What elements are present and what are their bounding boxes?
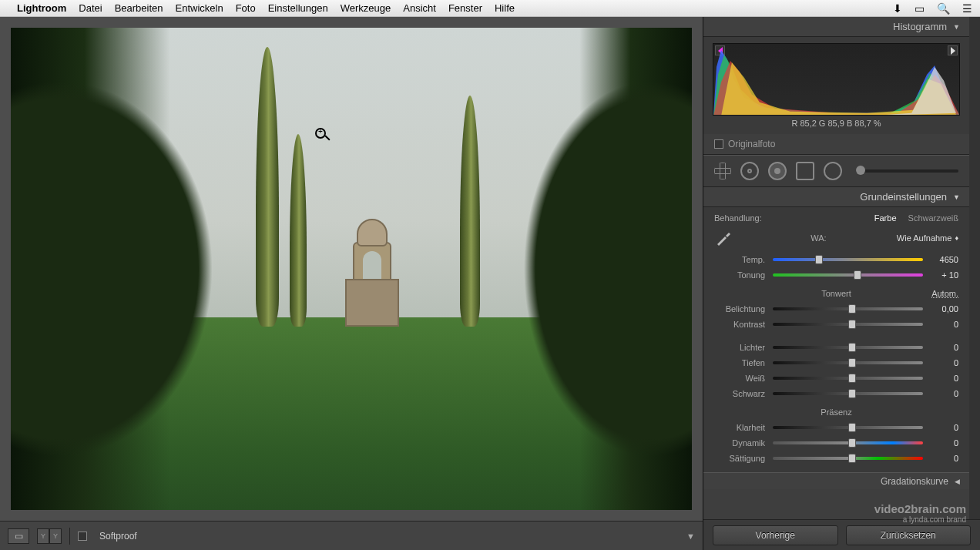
radial-tool-icon[interactable] (824, 162, 842, 180)
menu-app[interactable]: Lightroom (17, 2, 66, 14)
vibrance-slider[interactable] (773, 441, 923, 444)
saturation-value[interactable]: 0 (926, 454, 958, 463)
exposure-slider[interactable] (773, 307, 923, 310)
photo-preview[interactable] (11, 28, 692, 510)
wb-label: WA: (740, 233, 897, 243)
histogram-graph[interactable] (713, 43, 960, 116)
originalfoto-label: Originalfoto (728, 139, 775, 149)
contrast-value[interactable]: 0 (926, 320, 958, 329)
treatment-color[interactable]: Farbe (874, 213, 897, 223)
mac-menu-bar: Lightroom Datei Bearbeiten Entwickeln Fo… (0, 0, 980, 17)
right-scrollbar[interactable] (969, 17, 980, 519)
highlights-slider[interactable] (773, 346, 923, 349)
vibrance-value[interactable]: 0 (926, 438, 958, 448)
redeye-tool-icon[interactable] (768, 162, 787, 180)
whites-value[interactable]: 0 (926, 374, 958, 383)
temp-value[interactable]: 4650 (926, 255, 958, 264)
softproof-label: Softproof (99, 531, 137, 542)
contrast-slider[interactable] (773, 323, 923, 326)
zoom-cursor-icon (315, 128, 326, 139)
canvas-area: ▭ YY Softproof ▼ (0, 17, 703, 550)
whites-slider[interactable] (773, 377, 923, 380)
rgb-readout: R 85,2 G 85,9 B 88,7 % (713, 116, 960, 131)
view-compare-button[interactable]: YY (37, 528, 62, 544)
treatment-label: Behandlung: (714, 213, 762, 223)
exposure-value[interactable]: 0,00 (926, 304, 958, 314)
tint-value[interactable]: + 10 (926, 270, 958, 280)
menu-entwickeln[interactable]: Entwickeln (176, 2, 223, 14)
tonecurve-header[interactable]: Gradationskurve◀ (703, 472, 969, 489)
graduated-tool-icon[interactable] (796, 162, 814, 180)
loupe-toolbar: ▭ YY Softproof ▼ (0, 521, 703, 550)
clarity-value[interactable]: 0 (926, 423, 958, 432)
menu-foto[interactable]: Foto (236, 2, 256, 14)
display-icon[interactable]: ▭ (915, 2, 925, 15)
app-window: ▭ YY Softproof ▼ Histogramm▼ (0, 17, 980, 550)
list-icon[interactable]: ☰ (962, 2, 972, 15)
collapse-icon: ▼ (953, 193, 960, 201)
wb-dropper-icon[interactable] (714, 229, 733, 247)
treatment-bw[interactable]: Schwarzweiß (908, 213, 958, 223)
crop-tool-icon[interactable] (714, 163, 731, 179)
histogram-header[interactable]: Histogramm▼ (703, 17, 969, 37)
blacks-value[interactable]: 0 (926, 389, 958, 398)
tint-slider[interactable] (773, 273, 923, 277)
menu-hilfe[interactable]: Hilfe (495, 2, 515, 14)
shadows-value[interactable]: 0 (926, 358, 958, 367)
menu-fenster[interactable]: Fenster (448, 2, 482, 14)
tone-heading: Tonwert (821, 289, 851, 298)
shadows-slider[interactable] (773, 361, 923, 364)
presence-heading: Präsenz (714, 407, 958, 417)
saturation-slider[interactable] (773, 457, 923, 460)
softproof-checkbox[interactable] (78, 532, 87, 541)
wb-preset-select[interactable]: Wie Aufnahme♦ (897, 233, 958, 243)
previous-button[interactable]: Vorherige (713, 525, 838, 545)
develop-toolstrip (703, 155, 969, 187)
originalfoto-checkbox[interactable] (714, 139, 723, 149)
menu-bearbeiten[interactable]: Bearbeiten (115, 2, 163, 14)
basic-header[interactable]: Grundeinstellungen▼ (703, 187, 969, 207)
toolbar-dropdown-icon[interactable]: ▼ (686, 532, 695, 541)
view-single-button[interactable]: ▭ (8, 528, 29, 544)
clarity-slider[interactable] (773, 426, 923, 429)
highlights-value[interactable]: 0 (926, 343, 958, 352)
right-bottom-bar: Vorherige Zurücksetzen (703, 519, 980, 550)
spot-tool-icon[interactable] (740, 162, 759, 180)
download-icon[interactable]: ⬇ (893, 2, 902, 15)
menu-werkzeuge[interactable]: Werkzeuge (341, 2, 391, 14)
collapse-icon: ▼ (953, 23, 960, 31)
menu-datei[interactable]: Datei (79, 2, 102, 14)
expand-icon: ◀ (955, 478, 960, 485)
brush-size-slider[interactable] (856, 169, 958, 173)
auto-tone-button[interactable]: Autom. (931, 289, 958, 298)
reset-button[interactable]: Zurücksetzen (846, 525, 972, 545)
histogram-panel: R 85,2 G 85,9 B 88,7 % (703, 37, 969, 134)
temp-slider[interactable] (773, 258, 923, 261)
develop-right-panel: Histogramm▼ R 85,2 G 85,9 B 88,7 % Origi… (703, 17, 980, 550)
basic-panel: Behandlung: Farbe Schwarzweiß WA: Wie Au… (703, 207, 969, 472)
blacks-slider[interactable] (773, 392, 923, 395)
menu-ansicht[interactable]: Ansicht (403, 2, 436, 14)
watermark: video2brain.com a lynda.com brand (874, 503, 966, 525)
spotlight-icon[interactable]: 🔍 (937, 2, 950, 15)
menu-einstellungen[interactable]: Einstellungen (268, 2, 328, 14)
